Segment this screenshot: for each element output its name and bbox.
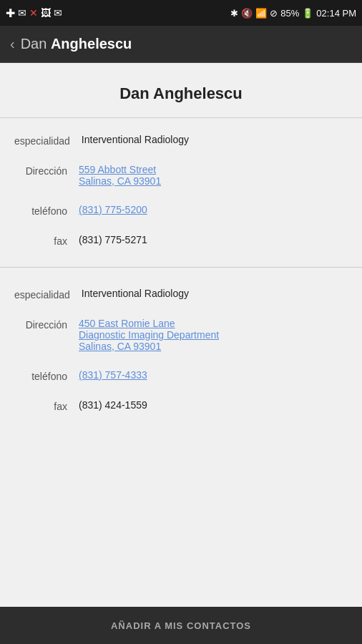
specialidad-row-2: especialidad Interventional Radiology: [0, 279, 362, 309]
direccion-value-1[interactable]: 559 Abbott Street Salinas, CA 93901: [79, 164, 348, 187]
especialidad-label-1: especialidad: [14, 134, 82, 147]
direccion-label-1: Dirección: [14, 164, 79, 177]
telefono-value-1[interactable]: (831) 775-5200: [79, 204, 348, 215]
add-contact-button[interactable]: AÑADIR A MIS CONTACTOS: [111, 620, 251, 631]
especialidad-value-2: Interventional Radiology: [82, 288, 348, 299]
telefono-label-2: teléfono: [14, 369, 79, 382]
fax-value-2: (831) 424-1559: [79, 399, 348, 411]
battery-percent: 85%: [280, 8, 299, 19]
contact-name-section: Dan Anghelescu: [0, 63, 362, 118]
address-line-2-3: Salinas, CA 93901: [79, 341, 348, 352]
main-content: Dan Anghelescu especialidad Intervention…: [0, 63, 362, 607]
fax-row-2: fax (831) 424-1559: [0, 391, 362, 421]
close-icon: ✕: [29, 7, 38, 19]
telefono-label-1: teléfono: [14, 204, 79, 217]
add-contact-bar[interactable]: AÑADIR A MIS CONTACTOS: [0, 607, 362, 644]
direccion-value-2[interactable]: 450 East Romie Lane Diagnostic Imaging D…: [79, 318, 348, 352]
title-last: Anghelescu: [51, 36, 132, 52]
telefono-row-2: teléfono (831) 757-4333: [0, 361, 362, 391]
mail-icon: ✉: [54, 7, 62, 19]
telefono-row-1: teléfono (831) 775-5200: [0, 195, 362, 225]
status-icons-right: ✱ 🔇 📶 ⊘ 85% 🔋 02:14 PM: [230, 8, 356, 19]
contact-name: Dan Anghelescu: [14, 84, 348, 103]
status-icons-left: ✚ ✉ ✕ 🖼 ✉: [6, 6, 62, 20]
wifi-icon: 📶: [255, 8, 267, 19]
action-bar: ‹ Dan Anghelescu: [0, 26, 362, 63]
especialidad-value-1: Interventional Radiology: [82, 134, 348, 145]
no-signal-icon: ⊘: [270, 8, 278, 19]
fax-value-1: (831) 775-5271: [79, 234, 348, 245]
clock: 02:14 PM: [316, 8, 356, 19]
email-icon: ✉: [18, 7, 26, 19]
fax-row-1: fax (831) 775-5271: [0, 225, 362, 255]
fax-label-1: fax: [14, 234, 79, 247]
specialidad-row-1: especialidad Interventional Radiology: [0, 125, 362, 155]
action-bar-title: Dan Anghelescu: [21, 36, 132, 52]
address-line-1-1: 559 Abbott Street: [79, 164, 348, 175]
entry-2: especialidad Interventional Radiology Di…: [0, 272, 362, 428]
address-line-1-2: Salinas, CA 93901: [79, 175, 348, 187]
bluetooth-icon: ✱: [230, 8, 238, 19]
direccion-row-1: Dirección 559 Abbott Street Salinas, CA …: [0, 155, 362, 195]
especialidad-label-2: especialidad: [14, 288, 82, 301]
telefono-value-2[interactable]: (831) 757-4333: [79, 369, 348, 381]
mute-icon: 🔇: [241, 8, 253, 19]
address-line-2-2: Diagnostic Imaging Department: [79, 329, 348, 341]
add-icon: ✚: [6, 6, 15, 20]
back-button[interactable]: ‹: [10, 36, 15, 52]
battery-icon: 🔋: [302, 8, 313, 19]
direccion-row-2: Dirección 450 East Romie Lane Diagnostic…: [0, 309, 362, 361]
section-divider: [0, 267, 362, 268]
title-first: Dan: [21, 36, 51, 52]
entry-1: especialidad Interventional Radiology Di…: [0, 118, 362, 263]
image-icon: 🖼: [41, 7, 51, 19]
status-bar: ✚ ✉ ✕ 🖼 ✉ ✱ 🔇 📶 ⊘ 85% 🔋 02:14 PM: [0, 0, 362, 26]
address-line-2-1: 450 East Romie Lane: [79, 318, 348, 329]
direccion-label-2: Dirección: [14, 318, 79, 331]
fax-label-2: fax: [14, 399, 79, 412]
